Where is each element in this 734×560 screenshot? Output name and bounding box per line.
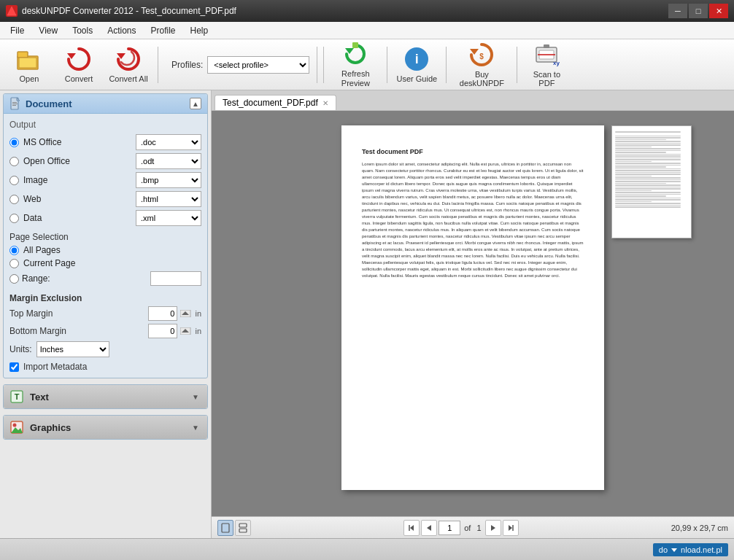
convert-all-button[interactable]: Convert All	[105, 42, 152, 88]
svg-rect-17	[12, 104, 18, 104]
top-margin-row: Top Margin in	[9, 306, 201, 321]
user-guide-button[interactable]: i User Guide	[393, 42, 440, 88]
toolbar-separator-4	[446, 47, 447, 83]
convert-button[interactable]: Convert	[55, 42, 102, 88]
data-format[interactable]: .xml	[136, 210, 201, 226]
ms-office-row: MS Office .doc	[9, 134, 201, 150]
range-input[interactable]	[150, 271, 201, 286]
svg-rect-2	[18, 52, 28, 58]
web-format[interactable]: .html	[136, 191, 201, 207]
open-office-format[interactable]: .odt	[136, 153, 201, 169]
toolbar-separator-1	[158, 47, 158, 83]
open-office-row: Open Office .odt	[9, 153, 201, 169]
menu-profile[interactable]: Profile	[144, 22, 183, 39]
profiles-select[interactable]: <select profile>	[207, 56, 309, 74]
ms-office-label: MS Office	[23, 137, 131, 147]
menu-bar: File View Tools Actions Profile Help	[0, 22, 734, 39]
menu-view[interactable]: View	[31, 22, 65, 39]
svg-rect-29	[239, 524, 247, 527]
text-section-header[interactable]: T Text ▼	[4, 385, 207, 408]
title-bar-buttons: ─ □ ✕	[668, 4, 728, 18]
minimize-button[interactable]: ─	[668, 4, 687, 18]
image-radio[interactable]	[9, 176, 19, 185]
svg-text:$: $	[480, 52, 484, 61]
all-pages-label: All Pages	[23, 245, 201, 255]
metadata-row: Import Metadata	[9, 362, 201, 372]
svg-marker-37	[671, 548, 677, 552]
image-format[interactable]: .bmp	[136, 172, 201, 188]
download-text: do	[659, 545, 668, 554]
svg-marker-32	[410, 525, 414, 531]
single-page-view-button[interactable]	[217, 520, 233, 536]
close-button[interactable]: ✕	[709, 4, 728, 18]
menu-help[interactable]: Help	[183, 22, 216, 39]
continuous-view-button[interactable]	[235, 520, 251, 536]
open-office-radio[interactable]	[9, 157, 19, 166]
web-radio[interactable]	[9, 195, 19, 204]
all-pages-radio[interactable]	[9, 246, 19, 255]
first-page-button[interactable]	[403, 520, 420, 536]
download-arrow-icon	[671, 546, 678, 553]
current-page-radio[interactable]	[9, 259, 19, 268]
ms-office-radio[interactable]	[9, 138, 19, 147]
total-pages: 1	[474, 524, 483, 532]
page-size-label: 20,99 x 29,7 cm	[671, 524, 728, 532]
pdf-thumbnail	[611, 125, 692, 238]
next-page-button[interactable]	[485, 520, 501, 536]
document-section-header[interactable]: Document ▲	[4, 94, 207, 114]
bottom-margin-spinner[interactable]	[180, 327, 192, 335]
view-mode-buttons	[217, 520, 251, 536]
data-label: Data	[23, 213, 131, 223]
thumbnail-content	[612, 126, 691, 238]
pdf-view: Test document PDF Lorem ipsum dolor sit …	[212, 111, 734, 516]
import-metadata-label: Import Metadata	[23, 362, 87, 372]
top-margin-input[interactable]	[148, 306, 177, 321]
top-margin-spinner[interactable]	[180, 310, 192, 317]
page-of-label: of	[462, 524, 473, 532]
current-page-label: Current Page	[23, 258, 201, 268]
prev-page-button[interactable]	[421, 520, 437, 536]
refresh-preview-button[interactable]: Refresh Preview	[330, 42, 381, 88]
main-content: Document ▲ Output MS Office .doc Open	[0, 90, 734, 538]
buy-icon: $	[468, 42, 495, 68]
convert-all-label: Convert All	[109, 74, 147, 83]
top-margin-label: Top Margin	[9, 308, 145, 319]
import-metadata-checkbox[interactable]	[9, 362, 19, 372]
bottom-margin-input[interactable]	[148, 324, 177, 338]
data-radio[interactable]	[9, 214, 19, 223]
window-title: deskUNPDF Converter 2012 - Test_document…	[22, 6, 236, 16]
toolbar: Open Convert Convert All Profiles: <sele…	[0, 39, 734, 90]
refresh-icon	[342, 41, 368, 67]
graphics-section-icon	[9, 420, 24, 435]
range-radio[interactable]	[9, 274, 19, 284]
range-row: Range:	[9, 271, 201, 286]
last-page-button[interactable]	[503, 520, 519, 536]
pdf-tab-label: Test_document_PDF.pdf	[223, 98, 318, 108]
refresh-label: Refresh Preview	[331, 69, 380, 88]
output-label: Output	[9, 120, 201, 130]
menu-file[interactable]: File	[3, 22, 31, 39]
bottom-margin-label: Bottom Margin	[9, 326, 145, 336]
ms-office-format[interactable]: .doc	[136, 134, 201, 150]
convert-all-icon	[115, 46, 142, 72]
web-label: Web	[23, 194, 131, 204]
svg-text:T: T	[15, 392, 20, 401]
buy-button[interactable]: $ Buy deskUNPDF	[452, 42, 511, 88]
document-section: Document ▲ Output MS Office .doc Open	[3, 93, 208, 378]
current-page-input[interactable]	[439, 521, 460, 535]
menu-actions[interactable]: Actions	[100, 22, 143, 39]
units-select[interactable]: Inches Centimeters Points	[36, 341, 109, 357]
section-collapse-btn[interactable]: ▲	[190, 98, 201, 109]
graphics-section-header[interactable]: Graphics ▼	[4, 416, 207, 439]
toolbar-separator-3	[387, 47, 387, 83]
tab-close-button[interactable]: ✕	[322, 99, 328, 107]
convert-icon	[66, 46, 92, 72]
text-section-title: Text	[30, 392, 49, 402]
maximize-button[interactable]: □	[689, 4, 708, 18]
document-section-body: Output MS Office .doc Open Office .odt	[4, 114, 207, 378]
menu-tools[interactable]: Tools	[65, 22, 100, 39]
scan-button[interactable]: xyz Scan to PDF	[523, 42, 570, 88]
margin-exclusion-label: Margin Exclusion	[9, 293, 201, 303]
pdf-tab[interactable]: Test_document_PDF.pdf ✕	[215, 95, 336, 110]
open-button[interactable]: Open	[6, 42, 53, 88]
